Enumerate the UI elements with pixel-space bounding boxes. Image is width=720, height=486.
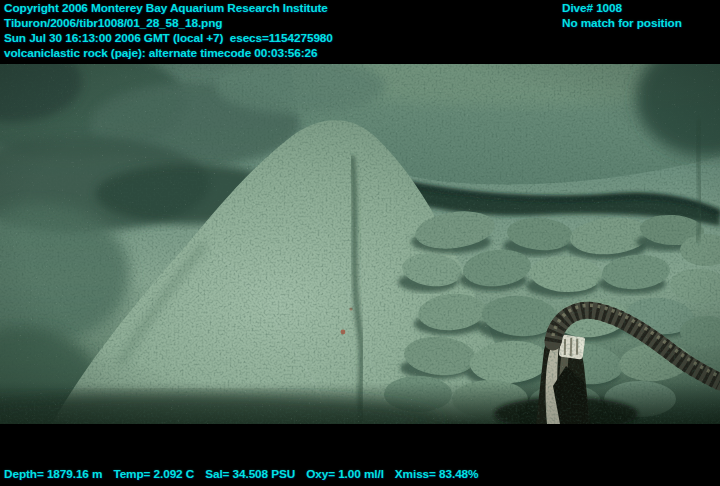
transmissivity-readout: Xmiss= 83.48%: [395, 468, 479, 481]
depth-readout: Depth= 1879.16 m: [4, 468, 102, 481]
oxygen-readout: Oxy= 1.00 ml/l: [306, 468, 384, 481]
telemetry-readout: Depth= 1879.16 m Temp= 2.092 C Sal= 34.5…: [4, 468, 478, 481]
annotation-text: volcaniclastic rock (paje): alternate ti…: [4, 47, 318, 60]
salinity-readout: Sal= 34.508 PSU: [205, 468, 295, 481]
seafloor-photo: [0, 64, 720, 424]
timestamp-text: Sun Jul 30 16:13:00 2006 GMT (local +7) …: [4, 32, 333, 45]
vignette: [0, 64, 720, 424]
copyright-text: Copyright 2006 Monterey Bay Aquarium Res…: [4, 2, 328, 15]
seafloor-scene: [0, 64, 720, 424]
temperature-readout: Temp= 2.092 C: [113, 468, 194, 481]
clip-file-path-text: Tiburon/2006/tibr1008/01_28_58_18.png: [4, 17, 222, 30]
mbari-rov-video-frame: Copyright 2006 Monterey Bay Aquarium Res…: [0, 0, 720, 486]
dive-number-text: Dive# 1008: [562, 2, 622, 15]
position-status-text: No match for position: [562, 17, 682, 30]
